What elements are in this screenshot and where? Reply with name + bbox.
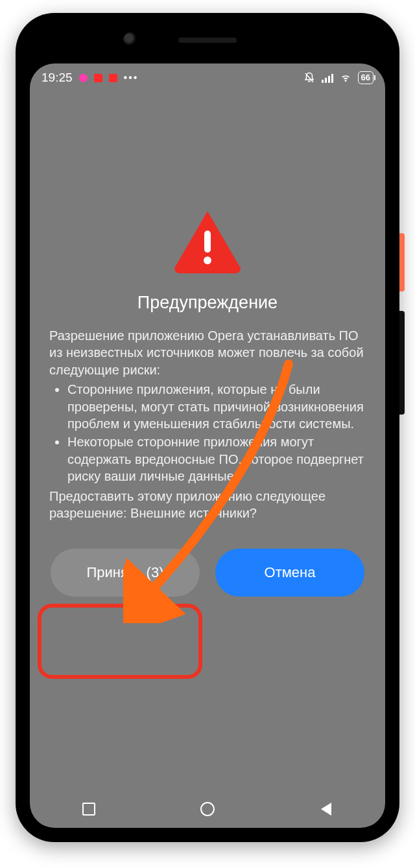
dialog-risk-list: Сторонние приложения, которые не были пр… — [49, 381, 366, 485]
risk-item-2: Некоторые сторонние приложения могут сод… — [67, 433, 366, 485]
phone-frame: 19:25 ••• 66 — [16, 13, 399, 842]
risk-item-1: Сторонние приложения, которые не были пр… — [67, 381, 366, 432]
home-button[interactable] — [188, 802, 227, 816]
dnd-icon — [303, 72, 315, 84]
battery-level: 66 — [361, 72, 370, 84]
dialog-content: Предупреждение Разрешение приложению Ope… — [30, 92, 385, 790]
phone-camera — [123, 32, 137, 47]
back-button[interactable] — [307, 803, 346, 816]
cancel-button[interactable]: Отмена — [215, 549, 364, 597]
status-right: 66 — [303, 71, 374, 84]
dialog-intro: Разрешение приложению Opera устанавливат… — [49, 327, 366, 378]
dialog-body: Разрешение приложению Opera устанавливат… — [49, 327, 366, 521]
wifi-icon — [340, 72, 351, 84]
accept-button[interactable]: Принять (3) — [51, 549, 200, 597]
notif-icon-1 — [79, 74, 88, 82]
signal-icon — [322, 73, 333, 83]
svg-rect-0 — [204, 231, 211, 253]
screen: 19:25 ••• 66 — [30, 63, 385, 828]
dialog-question: Предоставить этому приложению следующее … — [49, 488, 366, 522]
dialog-title: Предупреждение — [137, 293, 278, 313]
svg-point-1 — [204, 257, 211, 264]
navigation-bar — [30, 790, 385, 828]
dialog-buttons: Принять (3) Отмена — [49, 549, 366, 597]
power-button-side — [399, 233, 405, 291]
status-time: 19:25 — [42, 71, 73, 85]
volume-button-side — [399, 311, 405, 415]
phone-speaker — [178, 38, 237, 43]
more-notifications-icon: ••• — [124, 72, 139, 84]
notif-icon-3 — [109, 74, 117, 82]
status-bar: 19:25 ••• 66 — [30, 63, 385, 92]
battery-icon: 66 — [358, 71, 374, 84]
status-left: 19:25 ••• — [42, 71, 138, 85]
recent-apps-button[interactable] — [69, 803, 108, 816]
warning-icon — [172, 209, 243, 276]
notif-icon-2 — [94, 74, 102, 82]
